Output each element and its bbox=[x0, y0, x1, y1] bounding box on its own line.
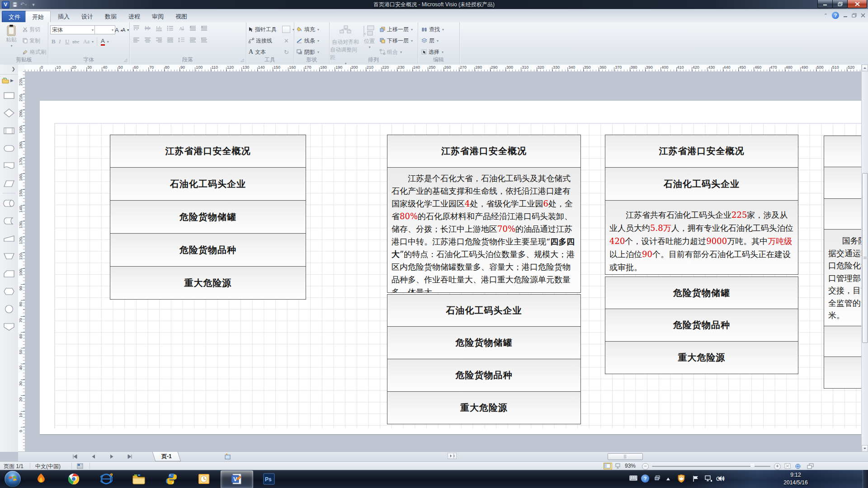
shape-trapezoid[interactable] bbox=[0, 230, 18, 247]
tab-设计[interactable]: 设计 bbox=[75, 11, 99, 22]
taskbar-button-photoshop[interactable]: Ps bbox=[253, 470, 285, 488]
zoom-level-value[interactable]: 93% bbox=[625, 463, 636, 469]
layers-button[interactable]: 层▾ bbox=[421, 36, 439, 45]
scroll-right-button[interactable] bbox=[448, 453, 454, 459]
flow-box[interactable]: 重大危险源 bbox=[605, 341, 798, 374]
visio-app-icon[interactable]: V bbox=[2, 1, 9, 9]
last-page-button[interactable] bbox=[124, 453, 136, 460]
connection-point-button[interactable]: ✕ bbox=[284, 36, 289, 45]
horizontal-scroll-thumb[interactable] bbox=[608, 453, 643, 460]
insert-page-button[interactable] bbox=[222, 453, 233, 460]
open-stencil-icon[interactable] bbox=[2, 78, 9, 84]
close-button[interactable] bbox=[847, 0, 867, 8]
zoom-slider-thumb[interactable] bbox=[750, 464, 755, 469]
line-spacing-icon[interactable] bbox=[178, 37, 185, 43]
send-backward-button[interactable]: 下移一层▾ bbox=[380, 36, 413, 45]
text-tool-button[interactable]: A 文本 bbox=[249, 47, 266, 56]
text-box[interactable]: 江苏省共有石油化工码头企业225家，涉及从业人员大约5.8万人，拥有专业化石油化… bbox=[605, 200, 798, 275]
bring-forward-button[interactable]: 上移一层▾ bbox=[380, 25, 413, 34]
shape-cylinder-horizontal[interactable] bbox=[0, 194, 18, 212]
security-shield-icon[interactable] bbox=[677, 474, 685, 483]
shape-subprocess[interactable] bbox=[0, 122, 18, 139]
fullscreen-view-toggle[interactable] bbox=[604, 463, 612, 469]
flow-box[interactable]: 石油化工码头企业 bbox=[387, 294, 581, 327]
text-direction-icon[interactable]: A bbox=[178, 25, 185, 31]
align-left-icon[interactable] bbox=[133, 37, 140, 43]
scroll-down-button[interactable] bbox=[862, 445, 868, 452]
justify-icon[interactable] bbox=[167, 37, 174, 43]
flow-box[interactable]: 危险货物品种 bbox=[387, 359, 581, 392]
rectangle-tool-button[interactable]: ▾ bbox=[282, 25, 294, 34]
start-button[interactable] bbox=[5, 471, 21, 487]
previous-page-button[interactable] bbox=[87, 453, 99, 460]
flow-box[interactable] bbox=[824, 326, 862, 357]
font-color-button[interactable]: A▾ bbox=[97, 37, 109, 46]
taskbar-button-visio[interactable]: V bbox=[221, 470, 253, 488]
shape-document[interactable] bbox=[0, 157, 18, 174]
align-top-icon[interactable] bbox=[133, 25, 140, 31]
align-right-icon[interactable] bbox=[156, 37, 162, 43]
first-page-button[interactable] bbox=[69, 453, 80, 460]
shape-card[interactable] bbox=[0, 265, 18, 282]
align-bottom-icon[interactable] bbox=[156, 25, 162, 31]
keyboard-icon[interactable] bbox=[629, 475, 637, 481]
tab-视图[interactable]: 视图 bbox=[169, 11, 193, 22]
undo-icon[interactable]: ↶▾ bbox=[20, 0, 27, 9]
find-button[interactable]: 查找▾ bbox=[421, 25, 444, 34]
qat-customize-icon[interactable]: ▾ bbox=[29, 1, 35, 8]
volume-icon[interactable] bbox=[718, 475, 725, 482]
shape-diamond[interactable] bbox=[0, 104, 18, 122]
shape-off-page-reference[interactable] bbox=[0, 318, 18, 335]
pan-zoom-window-icon[interactable] bbox=[615, 463, 622, 469]
flow-box[interactable]: 江苏省港口安全概况 bbox=[110, 135, 306, 168]
doc-close-icon[interactable] bbox=[861, 13, 865, 18]
save-icon[interactable] bbox=[12, 2, 18, 7]
flow-box[interactable] bbox=[824, 198, 862, 230]
shape-parallelogram[interactable] bbox=[0, 174, 18, 192]
minimize-ribbon-icon[interactable]: ⌃ bbox=[824, 13, 828, 19]
copy-button[interactable]: 复制 bbox=[23, 36, 40, 45]
indent-decrease-icon[interactable] bbox=[201, 25, 208, 31]
italic-button[interactable]: I bbox=[59, 37, 61, 46]
tray-window-icon[interactable] bbox=[655, 475, 660, 481]
tab-开始[interactable]: 开始 bbox=[25, 11, 51, 23]
text-block-button[interactable]: ↻ bbox=[284, 47, 289, 56]
show-hidden-icons-button[interactable] bbox=[665, 477, 671, 481]
position-button[interactable]: 位置▾ bbox=[362, 25, 377, 49]
flow-box[interactable]: 危险货物品种 bbox=[605, 309, 798, 342]
flow-box[interactable] bbox=[824, 167, 862, 199]
taskbar-button-outlook[interactable] bbox=[188, 470, 220, 488]
shape-manual-operation[interactable] bbox=[0, 247, 18, 265]
flow-box[interactable]: 危险货物品种 bbox=[110, 233, 306, 267]
taskbar-button-flame-app[interactable] bbox=[25, 470, 57, 488]
flow-box[interactable] bbox=[824, 136, 862, 167]
action-center-flag-icon[interactable] bbox=[693, 475, 699, 482]
taskbar-clock[interactable]: 9:12 2014/5/16 bbox=[780, 471, 811, 487]
indent-increase-icon[interactable] bbox=[189, 25, 196, 31]
scroll-up-button[interactable] bbox=[862, 65, 868, 71]
taskbar-button-windows-explorer[interactable] bbox=[123, 470, 155, 488]
flow-box[interactable]: 重大危险源 bbox=[110, 266, 306, 300]
vertical-scroll-thumb[interactable] bbox=[862, 173, 868, 343]
shape-hexagon[interactable] bbox=[0, 282, 18, 300]
line-button[interactable]: 线条▾ bbox=[297, 36, 319, 45]
help-icon[interactable]: ? bbox=[832, 12, 839, 19]
doc-minimize-icon[interactable] bbox=[843, 14, 848, 18]
flow-box[interactable]: 危险货物储罐 bbox=[387, 326, 581, 359]
zoom-out-button[interactable]: − bbox=[642, 463, 649, 470]
flow-box[interactable]: 危险货物储罐 bbox=[605, 277, 798, 309]
zoom-in-button[interactable]: + bbox=[774, 463, 781, 470]
flow-box[interactable]: 江苏省港口安全概况 bbox=[387, 135, 581, 168]
shape-circle[interactable] bbox=[0, 300, 18, 318]
shrink-font-button[interactable]: A▾ bbox=[122, 25, 129, 34]
underline-button[interactable]: U bbox=[65, 37, 69, 46]
change-case-button[interactable]: Aa▾ bbox=[83, 37, 94, 46]
font-family-select[interactable]: 宋体▾ bbox=[50, 25, 95, 34]
tab-审阅[interactable]: 审阅 bbox=[146, 11, 170, 22]
status-language[interactable]: 中文(中国) bbox=[35, 463, 61, 470]
strikethrough-button[interactable]: abc bbox=[72, 37, 79, 46]
switch-windows-icon[interactable] bbox=[807, 463, 814, 469]
format-painter-button[interactable]: 格式刷 bbox=[23, 47, 46, 56]
zoom-page-width-icon[interactable] bbox=[795, 463, 802, 469]
drawing-canvas[interactable]: 江苏省港口安全概况石油化工码头企业危险货物储罐危险货物品种重大危险源江苏省港口安… bbox=[25, 71, 862, 452]
